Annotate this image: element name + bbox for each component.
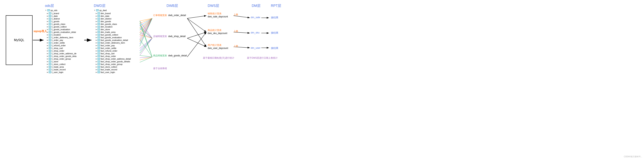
- dws-user-sublabel: dws_user_daycount: [208, 47, 228, 49]
- tree-item: ▶fact_goods_collect: [94, 33, 131, 36]
- dwb-order-label: 订单明细宽表: [153, 14, 167, 17]
- dm-layer-header: DM层: [252, 3, 260, 8]
- mysql-label: MySQL: [14, 38, 24, 42]
- svg-line-14: [140, 18, 152, 42]
- dwb-shop-label: 店铺明细宽表: [153, 35, 167, 38]
- svg-line-23: [140, 38, 152, 51]
- tree-item: ▶t_order_delievery_item: [45, 36, 76, 39]
- svg-line-35: [187, 18, 206, 47]
- dwd-tree: ▼yp_dwd▶dim_brand▶dim_date▶dim_district▶…: [94, 9, 131, 74]
- svg-line-32: [140, 57, 152, 62]
- tree-item: ▶dim_date: [94, 15, 131, 17]
- tree-item: ▶t_shop_cart: [45, 47, 76, 49]
- rpt-result-3: 抽结果: [271, 46, 278, 50]
- dwb-order-detail-node: 订单明细宽表 dwb_order_detail: [153, 14, 186, 17]
- tree-item: ▶t_goods_evaluation: [45, 28, 76, 31]
- svg-line-38: [187, 32, 206, 57]
- tree-item: ▶fact_order_settle: [94, 47, 131, 49]
- dws-sale-label: 销售统计宽表: [208, 12, 228, 15]
- svg-line-33: [187, 16, 206, 18]
- mysql-box: MySQL: [6, 15, 32, 65]
- svg-line-6: [140, 18, 152, 23]
- svg-line-7: [140, 18, 152, 26]
- tree-item: ▶t_refund_order: [45, 44, 76, 47]
- tree-item: ▶fact_order_delievery_item: [94, 41, 131, 44]
- rpt-layer-header: RPT层: [271, 3, 281, 8]
- svg-line-20: [140, 32, 152, 38]
- svg-line-36: [187, 32, 206, 38]
- tree-item: ▶fact_refund_order: [94, 49, 131, 52]
- up-label-1: 上卷: [234, 13, 238, 16]
- dm-sale-node: dm_sale: [251, 16, 260, 19]
- tree-item: ▶t_shop_order_goods_deta: [45, 55, 76, 57]
- dws-sku-sublabel: dws_sku_daycount: [208, 32, 227, 35]
- dwb-goods-detail-node: 商品明细宽表 dwb_goods_detail: [153, 54, 187, 57]
- svg-line-16: [140, 18, 152, 46]
- svg-line-15: [140, 18, 152, 44]
- tree-item: ▶t_goods_collect: [45, 25, 76, 28]
- tree-item: ▶t_user_login: [45, 71, 76, 74]
- dwb-goods-sublabel: dwb_goods_detail: [168, 54, 187, 57]
- up-label-3: 上卷: [234, 44, 238, 48]
- dws-sku-label: 商品统计宽表: [208, 29, 227, 32]
- tree-item: ▶t_trade_record: [45, 68, 76, 71]
- svg-line-37: [187, 38, 206, 47]
- tree-item: ▶fact_order_pay: [94, 44, 131, 47]
- tree-item: ▶dim_goods: [94, 20, 131, 23]
- svg-line-19: [140, 28, 152, 38]
- svg-line-26: [140, 21, 152, 57]
- tree-root: ▼yp_dwd: [94, 9, 131, 11]
- svg-line-29: [140, 55, 152, 57]
- tree-item: ▶t_trade_area: [45, 66, 76, 68]
- tree-item: ▶t_store_collect: [45, 63, 76, 66]
- watermark: CSDN©陈万君All R...: [624, 155, 642, 158]
- svg-line-25: [140, 38, 152, 55]
- svg-line-28: [140, 39, 152, 57]
- rpt-result-1: 抽结果: [271, 16, 278, 19]
- tree-item: ▶t_goods_evaluation_detai: [45, 31, 76, 33]
- svg-line-17: [140, 21, 152, 38]
- tree-item: ▶t_date: [45, 15, 76, 17]
- tree-item: ▶dim_store: [94, 28, 131, 31]
- dws-sale-node: 销售统计宽表 dws_sale_daycount: [208, 12, 228, 18]
- tree-item: ▶fact_shop_order: [94, 55, 131, 57]
- tree-item: ▶t_order_pay: [45, 39, 76, 41]
- tree-item: ▶t_order_settle: [45, 41, 76, 44]
- tree-item: ▶t_district: [45, 17, 76, 20]
- tree-item: ▶fact_goods_evaluation_detail: [94, 39, 131, 41]
- dws-layer-header: DWS层: [208, 3, 219, 8]
- dwb-shop-sublabel: dwb_shop_detail: [168, 35, 186, 38]
- tree-item: ▶fact_shop_order_address_detail: [94, 57, 131, 60]
- tree-item: ▶t_store: [45, 60, 76, 63]
- dws-user-label: 用户统计宽表: [208, 44, 228, 47]
- tree-item: ▶dim_location: [94, 25, 131, 28]
- svg-line-27: [140, 23, 152, 57]
- tree-item: ▶t_goods: [45, 20, 76, 23]
- dwd-layer-header: DWD层: [94, 3, 106, 8]
- tree-item: ▶fact_store_collect: [94, 66, 131, 68]
- tree-item: ▶t_shop_order_group: [45, 57, 76, 60]
- dwb-order-sublabel: dwb_order_detail: [168, 14, 186, 17]
- tree-item: ▶fact_shop_order_group: [94, 63, 131, 66]
- svg-line-34: [187, 18, 206, 32]
- svg-line-11: [140, 18, 152, 35]
- dwb-layer-header: DWB层: [166, 3, 178, 8]
- tree-item: ▶t_goods_class: [45, 23, 76, 25]
- dwb-annotation: 基于业务降维: [153, 67, 167, 70]
- dm-annotation: 基于DWS层进行日期上卷统计: [247, 56, 278, 60]
- tree-root: ▼yp_ods: [45, 9, 76, 11]
- svg-line-12: [140, 18, 152, 37]
- tree-item: ▶dim_brand: [94, 12, 131, 15]
- svg-line-8: [140, 18, 152, 28]
- svg-line-21: [140, 35, 152, 38]
- main-container: ods层 DWD层 DWB层 DWS层 DM层 RPT层 MySQL sqoop…: [0, 0, 644, 159]
- tree-item: ▶fact_shop_cart: [94, 52, 131, 55]
- tree-item: ▶fact_shop_order_goods_details: [94, 60, 131, 63]
- dwb-goods-label: 商品明细宽表: [153, 54, 167, 57]
- dm-user-node: dm_user: [251, 46, 260, 49]
- dwb-shop-detail-node: 店铺明细宽表 dwb_shop_detail: [153, 35, 186, 38]
- ods-layer-header: ods层: [45, 3, 54, 8]
- ods-tree: ▼yp_ods▶t_brand▶t_date▶t_district▶t_good…: [45, 9, 76, 74]
- dws-annotation: 基于最细日期粒度(天)进行统计: [203, 56, 234, 60]
- up-label-2: 上卷: [234, 30, 238, 33]
